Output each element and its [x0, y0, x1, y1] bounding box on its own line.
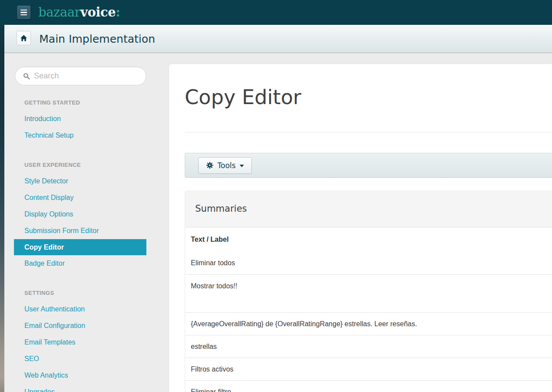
table-row[interactable]: Eliminar todos	[185, 252, 552, 274]
sidebar-item-submission-form-editor[interactable]: Submission Form Editor	[24, 223, 169, 239]
gear-icon	[206, 162, 213, 169]
divider	[185, 132, 552, 132]
logo-text-bazaar: bazaar	[38, 4, 81, 19]
search-input[interactable]	[34, 71, 134, 81]
sidebar-item-style-detector[interactable]: Style Detector	[24, 173, 169, 189]
home-icon	[20, 34, 27, 42]
sidebar-item-technical-setup[interactable]: Technical Setup	[24, 127, 169, 144]
sidebar: GETTING STARTEDIntroductionTechnical Set…	[4, 53, 169, 392]
sidebar-section-label: USER EXPERIENCE	[24, 156, 169, 173]
bazaarvoice-logo: bazaarvoice:	[38, 6, 120, 18]
toolbar: Tools	[185, 153, 552, 178]
sidebar-item-web-analytics[interactable]: Web Analytics	[24, 367, 169, 384]
sidebar-section-label: GETTING STARTED	[24, 94, 169, 111]
sidebar-item-seo[interactable]: SEO	[24, 351, 169, 367]
copy-table: Eliminar todosMostrar todos!!{AverageOve…	[185, 252, 552, 392]
home-button[interactable]	[17, 31, 31, 45]
sidebar-section: GETTING STARTEDIntroductionTechnical Set…	[24, 94, 169, 144]
menu-button[interactable]	[17, 5, 31, 20]
sidebar-item-content-display[interactable]: Content Display	[24, 189, 169, 206]
table-row[interactable]: {AverageOverallRating} de {OverallRating…	[185, 312, 552, 335]
sidebar-section: SETTINGSUser AuthenticationEmail Configu…	[24, 284, 169, 392]
sidebar-section: USER EXPERIENCEStyle DetectorContent Dis…	[24, 156, 169, 272]
sidebar-section-label: SETTINGS	[24, 284, 169, 301]
page-title: Copy Editor	[185, 86, 552, 108]
implementation-title: Main Implementation	[39, 32, 155, 45]
search-box	[15, 67, 146, 85]
search-icon	[23, 73, 30, 80]
content-area: GETTING STARTEDIntroductionTechnical Set…	[4, 53, 552, 392]
sidebar-item-user-authentication[interactable]: User Authentication	[24, 301, 169, 318]
caret-down-icon	[240, 165, 244, 167]
implementation-header: Main Implementation	[4, 25, 552, 53]
logo-text-voice: voice	[81, 4, 116, 19]
summaries-panel: Summaries Text / Label Eliminar todosMos…	[185, 190, 552, 392]
main-content: Copy Editor	[169, 64, 552, 392]
sidebar-item-email-templates[interactable]: Email Templates	[24, 334, 169, 351]
tools-button[interactable]: Tools	[198, 157, 252, 174]
panel-title: Summaries	[195, 203, 247, 214]
sidebar-item-introduction[interactable]: Introduction	[24, 111, 169, 127]
sidebar-item-copy-editor[interactable]: Copy Editor	[14, 239, 146, 255]
table-column-header: Text / Label	[185, 227, 552, 252]
table-row[interactable]: Mostrar todos!!	[185, 274, 552, 312]
tools-button-label: Tools	[217, 161, 236, 170]
sidebar-item-upgrades[interactable]: Upgrades	[24, 384, 169, 392]
logo-colon: :	[115, 4, 120, 19]
table-row[interactable]: Eliminar filtro	[185, 380, 552, 392]
sidebar-item-badge-editor[interactable]: Badge Editor	[24, 255, 169, 272]
table-row[interactable]: Filtros activos	[185, 358, 552, 380]
sidebar-item-display-options[interactable]: Display Options	[24, 206, 169, 223]
top-header: bazaarvoice:	[0, 0, 552, 25]
sidebar-item-email-configuration[interactable]: Email Configuration	[24, 318, 169, 334]
panel-header: Summaries	[185, 190, 552, 227]
background-page-strip	[0, 0, 4, 392]
table-row[interactable]: estrellas	[185, 335, 552, 358]
sidebar-nav: GETTING STARTEDIntroductionTechnical Set…	[4, 94, 169, 392]
